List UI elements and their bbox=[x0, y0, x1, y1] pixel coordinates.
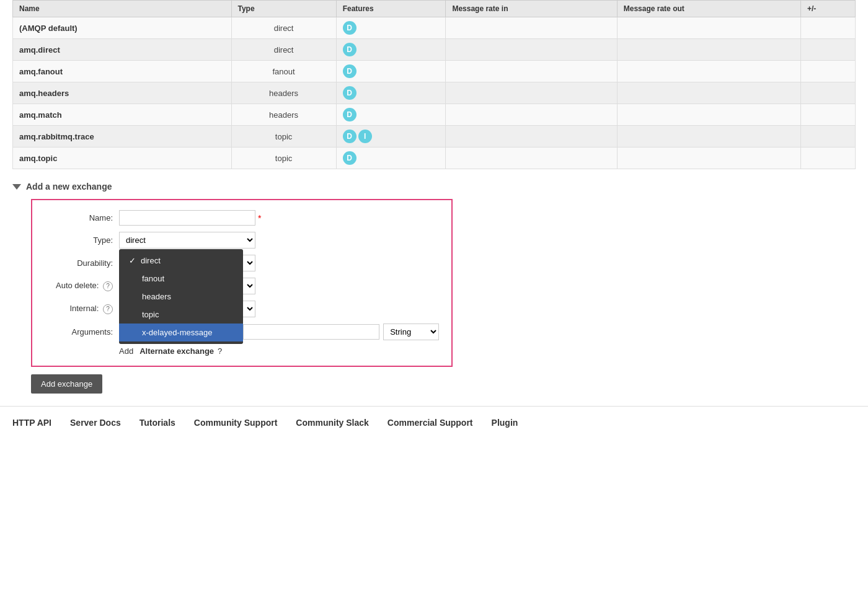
type-label: Type: bbox=[45, 236, 113, 245]
table-row: amq.topictopicD bbox=[13, 148, 856, 169]
table-row: amq.directdirectD bbox=[13, 39, 856, 61]
exchange-table: Name Type Features Message rate in Messa… bbox=[12, 0, 856, 169]
dropdown-item[interactable]: ✓direct bbox=[119, 252, 243, 270]
col-header-features: Features bbox=[336, 1, 446, 17]
name-row: Name: * bbox=[45, 210, 439, 226]
cell-rate-out bbox=[617, 148, 800, 169]
cell-rate-out bbox=[617, 126, 800, 148]
cell-rate-in bbox=[446, 126, 617, 148]
feature-badge: D bbox=[343, 64, 356, 78]
dropdown-option-label: topic bbox=[142, 310, 159, 319]
cell-name: (AMQP default) bbox=[13, 17, 232, 39]
add-link[interactable]: Add bbox=[119, 346, 133, 356]
table-row: amq.matchheadersD bbox=[13, 104, 856, 126]
footer-link[interactable]: Community Slack bbox=[296, 418, 368, 428]
bottom-row: Add Alternate exchange ? bbox=[45, 346, 439, 356]
add-exchange-form: Name: * Type: direct fanout headers topi… bbox=[31, 199, 453, 367]
cell-type: direct bbox=[231, 39, 336, 61]
footer-link[interactable]: Plugin bbox=[492, 418, 518, 428]
cell-rate-in bbox=[446, 148, 617, 169]
cell-rate-out bbox=[617, 104, 800, 126]
durability-label: Durability: bbox=[45, 258, 113, 268]
feature-badge: I bbox=[358, 130, 372, 143]
dropdown-item[interactable]: x-delayed-message bbox=[119, 324, 243, 341]
footer-link[interactable]: Commercial Support bbox=[388, 418, 473, 428]
type-dropdown-menu[interactable]: ✓directfanoutheaderstopicx-delayed-messa… bbox=[119, 249, 243, 344]
col-header-type: Type bbox=[231, 1, 336, 17]
cell-rate-in bbox=[446, 61, 617, 82]
cell-features: D bbox=[336, 39, 446, 61]
feature-badge: D bbox=[343, 130, 356, 143]
cell-rate-in bbox=[446, 82, 617, 104]
cell-features: D bbox=[336, 104, 446, 126]
cell-action bbox=[800, 148, 855, 169]
dropdown-option-label: headers bbox=[142, 292, 171, 301]
cell-action bbox=[800, 61, 855, 82]
cell-action bbox=[800, 126, 855, 148]
col-header-rate-out: Message rate out bbox=[617, 1, 800, 17]
col-header-name: Name bbox=[13, 1, 232, 17]
cell-name: amq.direct bbox=[13, 39, 232, 61]
alternate-exchange-help-icon[interactable]: ? bbox=[218, 346, 222, 356]
cell-features: D bbox=[336, 82, 446, 104]
cell-rate-in bbox=[446, 104, 617, 126]
arguments-label: Arguments: bbox=[45, 327, 113, 337]
footer-link[interactable]: HTTP API bbox=[12, 418, 51, 428]
cell-type: headers bbox=[231, 82, 336, 104]
section-header: Add a new exchange bbox=[12, 182, 856, 192]
cell-action bbox=[800, 17, 855, 39]
cell-type: headers bbox=[231, 104, 336, 126]
footer: HTTP APIServer DocsTutorialsCommunity Su… bbox=[0, 406, 868, 439]
section-title: Add a new exchange bbox=[26, 182, 112, 192]
footer-link[interactable]: Server Docs bbox=[70, 418, 121, 428]
name-input[interactable] bbox=[119, 210, 255, 226]
cell-rate-out bbox=[617, 82, 800, 104]
cell-name: amq.match bbox=[13, 104, 232, 126]
type-select[interactable]: direct fanout headers topic x-delayed-me… bbox=[119, 232, 255, 249]
footer-link[interactable]: Community Support bbox=[194, 418, 278, 428]
arg-value-input[interactable] bbox=[243, 324, 379, 340]
name-label: Name: bbox=[45, 213, 113, 222]
feature-badge: D bbox=[343, 108, 356, 121]
required-star: * bbox=[258, 213, 261, 223]
auto-delete-help-icon[interactable]: ? bbox=[103, 281, 113, 291]
table-row: amq.headersheadersD bbox=[13, 82, 856, 104]
feature-badge: D bbox=[343, 43, 356, 56]
cell-rate-in bbox=[446, 17, 617, 39]
cell-action bbox=[800, 104, 855, 126]
cell-name: amq.fanout bbox=[13, 61, 232, 82]
check-mark-icon: ✓ bbox=[129, 256, 136, 265]
type-row: Type: direct fanout headers topic x-dela… bbox=[45, 232, 439, 249]
table-row: amq.rabbitmq.tracetopicDI bbox=[13, 126, 856, 148]
add-exchange-section: Add a new exchange Name: * Type: direct … bbox=[12, 182, 856, 394]
cell-type: fanout bbox=[231, 61, 336, 82]
cell-rate-out bbox=[617, 39, 800, 61]
dropdown-option-label: direct bbox=[141, 256, 161, 265]
internal-help-icon[interactable]: ? bbox=[103, 304, 113, 314]
cell-type: topic bbox=[231, 126, 336, 148]
table-row: (AMQP default)directD bbox=[13, 17, 856, 39]
feature-badge: D bbox=[343, 21, 356, 35]
add-exchange-button[interactable]: Add exchange bbox=[31, 374, 102, 394]
col-header-rate-in: Message rate in bbox=[446, 1, 617, 17]
dropdown-option-label: x-delayed-message bbox=[142, 328, 212, 337]
dropdown-item[interactable]: fanout bbox=[119, 270, 243, 288]
cell-features: D bbox=[336, 148, 446, 169]
dropdown-option-label: fanout bbox=[142, 274, 164, 283]
cell-features: D bbox=[336, 17, 446, 39]
dropdown-item[interactable]: headers bbox=[119, 288, 243, 306]
cell-type: topic bbox=[231, 148, 336, 169]
footer-link[interactable]: Tutorials bbox=[140, 418, 175, 428]
dropdown-item[interactable]: topic bbox=[119, 306, 243, 324]
cell-name: amq.topic bbox=[13, 148, 232, 169]
internal-label: Internal: ? bbox=[45, 304, 113, 314]
arg-type-select[interactable]: String Number Boolean bbox=[383, 324, 439, 340]
cell-rate-in bbox=[446, 39, 617, 61]
cell-name: amq.headers bbox=[13, 82, 232, 104]
triangle-icon bbox=[12, 184, 21, 190]
type-dropdown-container[interactable]: direct fanout headers topic x-delayed-me… bbox=[119, 232, 255, 249]
feature-badge: D bbox=[343, 86, 356, 100]
auto-delete-label: Auto delete: ? bbox=[45, 281, 113, 291]
cell-rate-out bbox=[617, 61, 800, 82]
alternate-exchange-label: Alternate exchange bbox=[140, 346, 214, 356]
